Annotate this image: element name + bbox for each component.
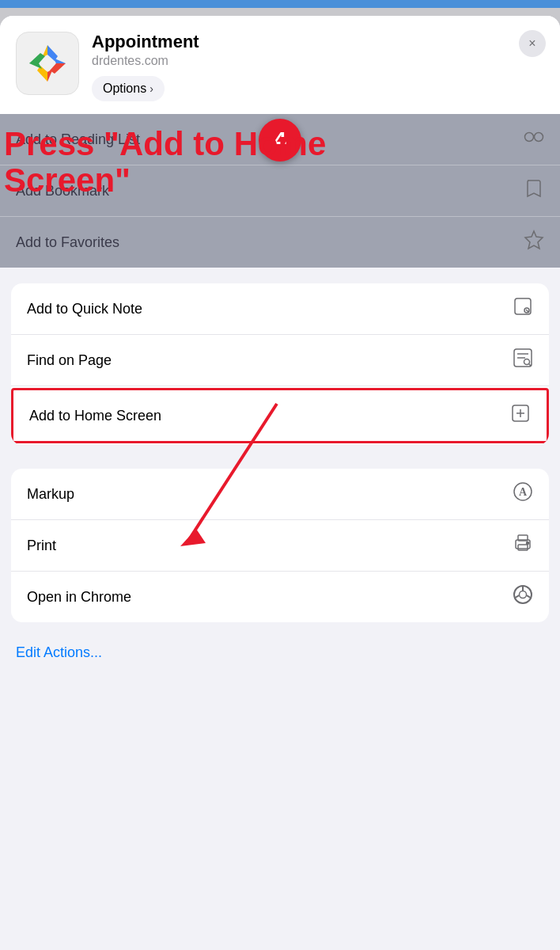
step-number: 4	[274, 127, 286, 153]
svg-point-9	[535, 133, 543, 142]
markup-label: Markup	[27, 486, 74, 503]
open-chrome-label: Open in Chrome	[27, 589, 131, 606]
close-icon: ×	[528, 36, 535, 51]
glasses-icon	[524, 127, 544, 152]
menu-item-bookmark[interactable]: Add Bookmark	[0, 165, 560, 217]
svg-point-31	[520, 591, 527, 598]
share-sheet: Appointment drdentes.com Options › × 4 A…	[0, 16, 560, 950]
print-label: Print	[27, 538, 56, 554]
print-icon	[513, 533, 533, 558]
reading-list-label: Add to Reading List	[16, 131, 140, 148]
svg-line-33	[515, 595, 520, 598]
quick-note-icon	[513, 296, 533, 321]
svg-point-8	[525, 133, 534, 142]
app-logo-svg	[26, 42, 69, 85]
options-button[interactable]: Options ›	[92, 76, 165, 101]
svg-line-34	[527, 595, 532, 598]
close-button[interactable]: ×	[519, 30, 546, 57]
menu-section-2: Markup A Print Open in Chrome	[11, 469, 549, 622]
svg-marker-7	[29, 53, 45, 63]
app-domain: drdentes.com	[92, 54, 544, 68]
options-label: Options	[103, 82, 146, 96]
top-status-bar	[0, 0, 560, 8]
menu-section-1: Add to Quick Note Find on Page	[11, 283, 549, 445]
find-on-page-icon	[513, 348, 533, 373]
menu-item-open-chrome[interactable]: Open in Chrome	[11, 572, 549, 622]
svg-marker-3	[50, 63, 66, 74]
app-info: Appointment drdentes.com Options ›	[92, 32, 544, 101]
favorites-label: Add to Favorites	[16, 234, 119, 251]
edit-actions-section: Edit Actions...	[0, 630, 560, 675]
svg-point-29	[527, 542, 529, 545]
section-divider-1	[0, 268, 560, 276]
book-icon	[524, 178, 544, 203]
section-divider-2	[0, 453, 560, 461]
find-on-page-label: Find on Page	[27, 352, 112, 369]
app-icon	[16, 32, 79, 95]
chrome-icon	[513, 584, 533, 610]
bookmark-label: Add Bookmark	[16, 183, 109, 200]
add-to-home-screen-label: Add to Home Screen	[29, 408, 161, 424]
markup-icon: A	[513, 481, 533, 507]
menu-item-print[interactable]: Print	[11, 520, 549, 572]
quick-note-label: Add to Quick Note	[27, 301, 142, 317]
edit-actions-link[interactable]: Edit Actions...	[16, 644, 102, 660]
svg-rect-27	[518, 545, 528, 550]
app-title: Appointment	[92, 32, 544, 52]
svg-point-17	[524, 359, 530, 365]
menu-item-find-on-page[interactable]: Find on Page	[11, 335, 549, 386]
add-to-home-screen-icon	[510, 403, 531, 428]
svg-text:A: A	[519, 486, 528, 498]
options-chevron: ›	[149, 82, 153, 95]
menu-item-quick-note[interactable]: Add to Quick Note	[11, 283, 549, 335]
menu-item-favorites[interactable]: Add to Favorites	[0, 217, 560, 268]
svg-marker-11	[525, 231, 543, 249]
step-badge: 4	[259, 119, 301, 162]
star-icon	[524, 230, 544, 255]
menu-item-markup[interactable]: Markup A	[11, 469, 549, 520]
svg-marker-1	[47, 45, 58, 61]
header-section: Appointment drdentes.com Options › ×	[0, 16, 560, 114]
svg-line-18	[529, 364, 532, 367]
menu-item-add-to-home-screen[interactable]: Add to Home Screen	[11, 388, 549, 443]
svg-marker-5	[37, 66, 47, 82]
